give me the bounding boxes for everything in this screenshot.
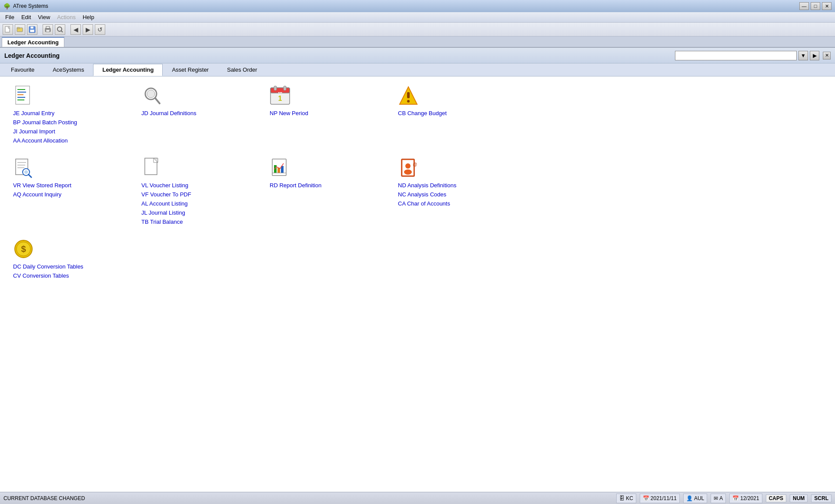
nav-tab-sales[interactable]: Sales Order — [218, 64, 266, 76]
calendar-icon: ▪▪▪ 1 — [270, 85, 291, 106]
open-icon — [17, 26, 23, 33]
svg-text:▪▪▪: ▪▪▪ — [278, 90, 282, 95]
close-button[interactable]: ✕ — [822, 2, 832, 10]
item-vr[interactable]: VR View Stored Report — [13, 182, 141, 189]
item-dc[interactable]: DC Daily Conversion Tables — [13, 263, 141, 270]
menu-actions: Actions — [53, 13, 79, 21]
item-bp[interactable]: BP Journal Batch Posting — [13, 119, 141, 126]
period-label: 12/2021 — [740, 495, 759, 501]
doc-tab-bar: Ledger Accounting — [0, 36, 835, 48]
menu-view[interactable]: View — [34, 13, 53, 21]
item-np[interactable]: NP New Period — [270, 109, 398, 117]
item-cv[interactable]: CV Conversion Tables — [13, 272, 141, 279]
status-bar: CURRENT DATABASE CHANGED 🗄 KC 📅 2021/11/… — [0, 492, 835, 504]
module-row-2: VR View Stored Report AQ Account Inquiry — [13, 157, 822, 225]
caps-badge: CAPS — [766, 494, 786, 502]
vr-icon — [13, 157, 34, 178]
item-tb[interactable]: TB Trial Balance — [141, 218, 270, 225]
menu-file[interactable]: File — [2, 13, 18, 21]
module-group-dc: $ DC Daily Conversion Tables CV Conversi… — [13, 239, 141, 279]
rd-icon — [270, 157, 291, 178]
window-controls: — □ ✕ — [799, 2, 832, 10]
jd-icon — [141, 85, 162, 106]
svg-rect-2 — [17, 27, 20, 29]
item-ca[interactable]: CA Char of Accounts — [398, 200, 526, 207]
print-icon — [44, 26, 51, 33]
menu-edit[interactable]: Edit — [18, 13, 34, 21]
date-icon: 📅 — [643, 495, 649, 501]
toolbar-save[interactable] — [27, 24, 37, 35]
address-book-icon: @ — [399, 157, 418, 178]
minimize-button[interactable]: — — [799, 2, 809, 10]
item-aa[interactable]: AA Account Allocation — [13, 137, 141, 144]
toolbar-print[interactable] — [43, 24, 53, 35]
maximize-button[interactable]: □ — [811, 2, 820, 10]
module-row-1: JE Journal Entry BP Journal Batch Postin… — [13, 85, 822, 144]
svg-point-46 — [404, 169, 412, 175]
item-jl[interactable]: JL Journal Listing — [141, 209, 270, 216]
module-group-vl: VL Voucher Listing VF Voucher To PDF AL … — [141, 157, 270, 225]
menu-bar: File Edit View Actions Help — [0, 12, 835, 23]
user-label: AUL — [694, 495, 704, 501]
item-cb[interactable]: CB Change Budget — [398, 109, 526, 117]
module-group-rd: RD Report Definition — [270, 157, 398, 225]
toolbar-open[interactable] — [15, 24, 25, 35]
document-icon — [142, 157, 161, 178]
svg-point-18 — [147, 90, 155, 98]
save-icon — [29, 26, 36, 33]
nav-tab-asset[interactable]: Asset Register — [163, 64, 218, 76]
search-go-button[interactable]: ▶ — [810, 51, 819, 60]
period-icon: 📅 — [732, 495, 739, 501]
nav-tab-acesystems[interactable]: AceSystems — [43, 64, 93, 76]
icon-row-je — [13, 85, 141, 106]
icon-row-cb — [398, 85, 526, 106]
svg-rect-7 — [46, 27, 50, 28]
item-nd[interactable]: ND Analysis Definitions — [398, 182, 526, 189]
svg-rect-27 — [407, 92, 410, 98]
np-icon: ▪▪▪ 1 — [270, 85, 291, 106]
report-icon — [271, 157, 290, 178]
svg-rect-4 — [30, 27, 33, 29]
search-dropdown-button[interactable]: ▼ — [798, 51, 808, 60]
item-je[interactable]: JE Journal Entry — [13, 109, 141, 117]
icon-row-jd — [141, 85, 270, 106]
toolbar-back[interactable]: ◀ — [70, 24, 81, 35]
svg-rect-23 — [284, 86, 286, 90]
toolbar-forward[interactable]: ▶ — [83, 24, 93, 35]
item-jd[interactable]: JD Journal Definitions — [141, 109, 270, 117]
module-group-vr: VR View Stored Report AQ Account Inquiry — [13, 157, 141, 225]
item-vl[interactable]: VL Voucher Listing — [141, 182, 270, 189]
item-ji[interactable]: JI Journal Import — [13, 128, 141, 135]
doc-tab-ledger[interactable]: Ledger Accounting — [2, 37, 64, 47]
search-area: ▼ ▶ ✕ — [675, 51, 831, 60]
svg-point-28 — [407, 100, 410, 103]
preview-icon — [57, 26, 63, 33]
item-rd[interactable]: RD Report Definition — [270, 182, 398, 189]
item-vf[interactable]: VF Voucher To PDF — [141, 191, 270, 198]
search-input[interactable] — [675, 51, 797, 60]
menu-help[interactable]: Help — [79, 13, 98, 21]
toolbar-new[interactable] — [3, 24, 13, 35]
warning-icon — [398, 85, 419, 106]
svg-point-45 — [405, 163, 411, 169]
title-bar: 🌳 ATree Systems — □ ✕ — [0, 0, 835, 12]
db-icon: 🗄 — [619, 495, 625, 501]
icon-row-vl — [141, 157, 270, 178]
nav-tab-ledger[interactable]: Ledger Accounting — [93, 64, 163, 76]
content-close-button[interactable]: ✕ — [823, 52, 831, 60]
icon-row-nd: @ — [398, 157, 526, 178]
nav-tab-favourite[interactable]: Favourite — [2, 64, 43, 76]
dollar-icon: $ — [14, 239, 33, 259]
item-aq[interactable]: AQ Account Inquiry — [13, 191, 141, 198]
svg-rect-36 — [145, 158, 157, 175]
item-al[interactable]: AL Account Listing — [141, 200, 270, 207]
cb-icon — [398, 85, 419, 106]
module-group-np: ▪▪▪ 1 NP New Period — [270, 85, 398, 144]
item-nc[interactable]: NC Analysis Codes — [398, 191, 526, 198]
icon-row-rd — [270, 157, 398, 178]
status-date: 📅 2021/11/11 — [640, 494, 680, 503]
module-group-nd: @ ND Analysis Definitions NC Analysis Co… — [398, 157, 526, 225]
svg-point-35 — [24, 170, 28, 174]
toolbar-preview[interactable] — [55, 24, 65, 35]
toolbar-refresh[interactable]: ↺ — [95, 24, 105, 35]
